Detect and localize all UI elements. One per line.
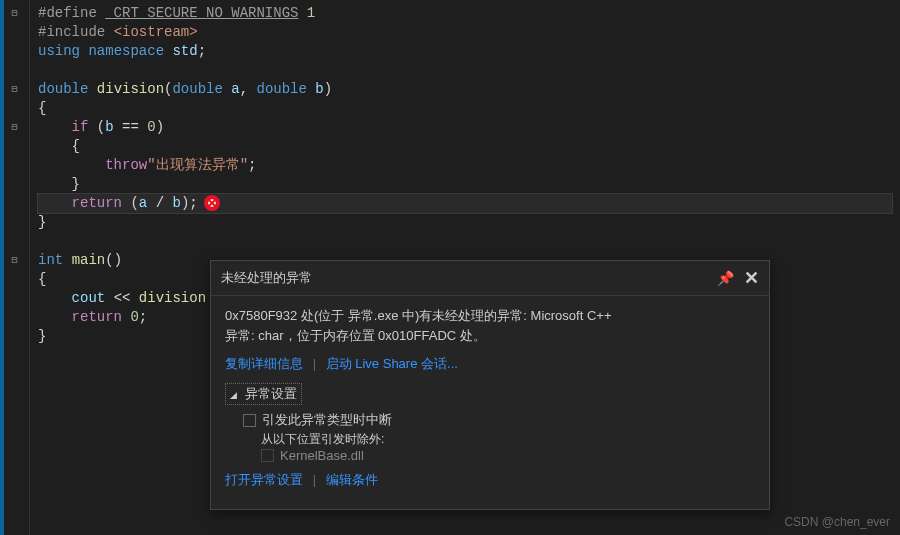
code-line: if (b == 0)	[38, 118, 892, 137]
close-icon[interactable]: ✕	[744, 267, 759, 289]
code-line: }	[38, 213, 892, 232]
live-share-link[interactable]: 启动 Live Share 会话...	[326, 356, 458, 371]
editor-left-accent	[0, 0, 4, 535]
code-line: double division(double a, double b)	[38, 80, 892, 99]
popup-header: 未经处理的异常 📌 ✕	[211, 261, 769, 296]
code-line: #include <iostream>	[38, 23, 892, 42]
checkbox[interactable]	[243, 414, 256, 427]
fold-marker[interactable]: ⊟	[0, 251, 29, 270]
except-from-label: 从以下位置引发时除外:	[225, 431, 755, 448]
code-line: {	[38, 99, 892, 118]
checkbox-label: 引发此异常类型时中断	[262, 411, 392, 429]
except-dll-label: KernelBase.dll	[280, 448, 364, 463]
code-line: }	[38, 175, 892, 194]
watermark: CSDN @chen_ever	[784, 515, 890, 529]
popup-links-row: 复制详细信息 | 启动 Live Share 会话...	[225, 355, 755, 373]
fold-marker[interactable]: ⊟	[0, 80, 29, 99]
gutter: ⊟ ⊟ ⊟ ⊟	[0, 0, 30, 535]
checkbox-disabled	[261, 449, 274, 462]
chevron-down-icon: ◢	[230, 390, 237, 400]
popup-links-row: 打开异常设置 | 编辑条件	[225, 471, 755, 489]
fold-marker[interactable]: ⊟	[0, 4, 29, 23]
pin-icon[interactable]: 📌	[717, 270, 734, 286]
open-settings-link[interactable]: 打开异常设置	[225, 472, 303, 487]
exception-settings-expander[interactable]: ◢ 异常设置	[225, 383, 302, 405]
fold-marker[interactable]: ⊟	[0, 118, 29, 137]
code-line: throw"出现算法异常";	[38, 156, 892, 175]
code-line: {	[38, 137, 892, 156]
break-on-throw-checkbox-row: 引发此异常类型时中断	[225, 409, 755, 431]
except-dll-row: KernelBase.dll	[225, 448, 755, 463]
popup-title: 未经处理的异常	[221, 269, 312, 287]
edit-condition-link[interactable]: 编辑条件	[326, 472, 378, 487]
copy-details-link[interactable]: 复制详细信息	[225, 356, 303, 371]
code-line: using namespace std;	[38, 42, 892, 61]
code-line: #define _CRT_SECURE_NO_WARNINGS 1	[38, 4, 892, 23]
error-icon[interactable]	[204, 195, 220, 211]
exception-message: 0x7580F932 处(位于 异常.exe 中)有未经处理的异常: Micro…	[225, 306, 755, 345]
popup-body: 0x7580F932 处(位于 异常.exe 中)有未经处理的异常: Micro…	[211, 296, 769, 509]
current-line: return (a / b);	[38, 194, 892, 213]
exception-popup: 未经处理的异常 📌 ✕ 0x7580F932 处(位于 异常.exe 中)有未经…	[210, 260, 770, 510]
